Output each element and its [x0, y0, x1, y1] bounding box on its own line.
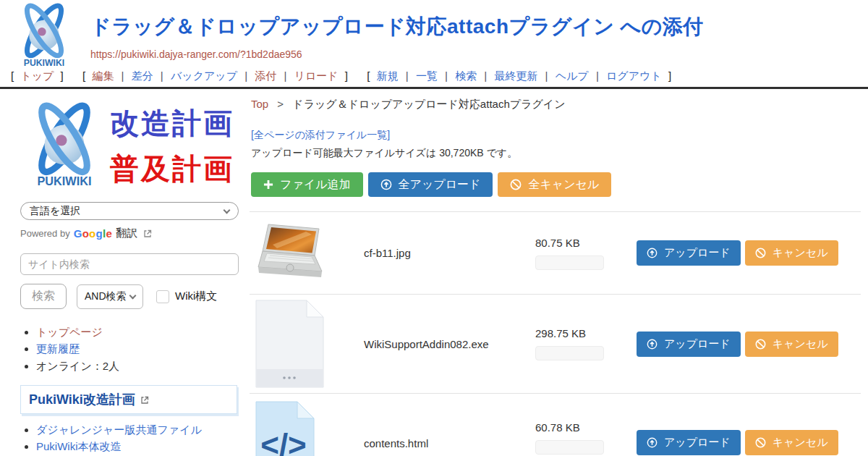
cancel-button[interactable]: キャンセル [745, 430, 838, 455]
upload-circle-icon [647, 437, 658, 448]
file-name: cf-b11.jpg [364, 247, 535, 259]
language-select[interactable]: 言語を選択 [20, 202, 239, 220]
wiki-syntax-checkbox[interactable] [156, 290, 169, 303]
search-button[interactable]: 検索 [20, 284, 67, 309]
upload-button[interactable]: アップロード [637, 430, 741, 455]
sidebar-link-history[interactable]: 更新履歴 [36, 342, 80, 355]
atom-logo-icon: PUKIWIKI [6, 3, 82, 69]
sidebar-link-toppage[interactable]: トップページ [36, 326, 103, 338]
list-item: PukiWiki本体改造 [36, 439, 239, 454]
upload-circle-icon [647, 248, 658, 258]
nav-link-edit[interactable]: 編集 [92, 69, 114, 82]
cancel-all-button[interactable]: 全キャンセル [498, 172, 611, 197]
nav-separator: | [596, 69, 599, 82]
nav-link-attach[interactable]: 添付 [255, 69, 276, 82]
sidebar-link-core-mod[interactable]: PukiWiki本体改造 [36, 440, 122, 452]
nav-bracket: ] [668, 69, 671, 82]
upload-circle-icon [647, 339, 658, 350]
sidebar: PUKIWIKI 改造計画 普及計画 言語を選択 Powered by Goog… [0, 89, 250, 456]
upload-circle-icon [380, 179, 392, 190]
nav-link-diff[interactable]: 差分 [132, 69, 153, 82]
cancel-label: キャンセル [773, 337, 828, 351]
upload-toolbar: ファイル追加 全アップロード 全キャンセル [251, 172, 861, 197]
logo-wordmark: PUKIWIKI [38, 174, 92, 187]
max-upload-size-text: アップロード可能最大ファイルサイズは 30,720KB です。 [251, 147, 861, 160]
add-files-button[interactable]: ファイル追加 [251, 172, 363, 197]
all-pages-attach-list-link[interactable]: [全ページの添付ファイル一覧] [251, 129, 390, 142]
nav-link-reload[interactable]: リロード [294, 69, 339, 82]
upload-progress-bar [535, 440, 604, 455]
pukiwiki-page: PUKIWIKI ドラッグ＆ドロップアップロード対応attachプラグイン への… [0, 0, 868, 456]
cancel-label: キャンセル [773, 246, 828, 260]
file-size: 80.75 KB [535, 237, 637, 249]
list-item: 更新履歴 [36, 342, 239, 356]
wiki-syntax-label: Wiki構文 [175, 290, 217, 303]
pukiwiki-logo[interactable]: PUKIWIKI [6, 3, 82, 69]
breadcrumb-separator: > [277, 98, 284, 110]
main-content: Top > ドラッグ＆ドロップアップロード対応attachプラグイン [全ページ… [250, 89, 868, 456]
nav-bracket: ] [61, 69, 64, 82]
upload-progress-bar [535, 346, 604, 360]
translate-link[interactable]: 翻訳 [116, 227, 137, 240]
language-select-value: 言語を選択 [30, 205, 80, 218]
nav-bracket: [ [11, 69, 14, 82]
svg-text:</>: </> [260, 427, 307, 456]
section-title: PukiWiki改造計画 [29, 392, 135, 407]
file-thumbnail [250, 222, 364, 284]
laptop-photo-thumbnail [255, 222, 325, 284]
google-logo: Google [74, 227, 113, 240]
file-thumbnail: </> [250, 401, 364, 456]
nav-bracket: [ [367, 69, 370, 82]
page-url[interactable]: https://pukiwiki.dajya-ranger.com/?1bd2d… [90, 48, 704, 60]
nav-link-new[interactable]: 新規 [377, 69, 399, 82]
file-row: </> contents.html 60.78 KB [250, 393, 861, 456]
logo-wordmark: PUKIWIKI [24, 58, 64, 68]
online-count: オンライン：2人 [36, 360, 119, 372]
nav-separator: | [406, 69, 409, 82]
breadcrumb-home-link[interactable]: Top [251, 98, 268, 110]
nav-link-recent[interactable]: 最終更新 [494, 69, 537, 82]
cancel-all-label: 全キャンセル [528, 177, 599, 193]
cancel-button[interactable]: キャンセル [745, 332, 838, 357]
nav-link-top[interactable]: トップ [20, 69, 54, 82]
nav-link-help[interactable]: ヘルプ [556, 69, 589, 82]
file-thumbnail [250, 300, 364, 388]
logo-kaizo-keikaku: 改造計画 [110, 104, 234, 143]
upload-button[interactable]: アップロード [637, 240, 741, 266]
list-item: オンライン：2人 [36, 359, 239, 373]
html-file-icon: </> [255, 401, 315, 456]
sidebar-logo[interactable]: PUKIWIKI 改造計画 普及計画 [20, 102, 239, 190]
sidebar-top-links: トップページ 更新履歴 オンライン：2人 [20, 325, 239, 373]
nav-separator: | [244, 69, 247, 82]
file-name: contents.html [364, 437, 535, 449]
nav-link-logout[interactable]: ログアウト [606, 69, 662, 82]
page-title: ドラッグ＆ドロップアップロード対応attachプラグイン への添付 [90, 13, 704, 41]
sidebar-link-dajya-files[interactable]: ダジャレンジャー版共通ファイル [36, 423, 202, 436]
list-item: トップページ [36, 325, 239, 339]
nav-link-list[interactable]: 一覧 [416, 69, 438, 82]
nav-separator: | [161, 69, 163, 82]
header: PUKIWIKI ドラッグ＆ドロップアップロード対応attachプラグイン への… [0, 0, 868, 68]
ban-icon [755, 437, 766, 448]
upload-all-button[interactable]: 全アップロード [368, 172, 493, 197]
upload-label: アップロード [664, 337, 731, 351]
external-link-icon [143, 229, 152, 238]
nav-separator: | [445, 69, 448, 82]
nav-link-backup[interactable]: バックアップ [171, 69, 237, 82]
search-mode-select[interactable]: AND検索 [77, 284, 143, 309]
generic-file-icon [255, 300, 324, 388]
chevron-down-icon [129, 292, 137, 299]
nav-bracket: ] [345, 69, 348, 82]
list-item: ダジャレンジャー版共通ファイル [36, 423, 239, 437]
cancel-button[interactable]: キャンセル [745, 240, 838, 266]
site-search-input[interactable] [20, 253, 239, 275]
file-name: WikiSupportAddin082.exe [364, 338, 535, 350]
ban-icon [755, 248, 766, 258]
nav-link-search[interactable]: 検索 [455, 69, 477, 82]
sidebar-section-header[interactable]: PukiWiki改造計画 [20, 385, 237, 414]
chevron-down-icon [224, 206, 231, 214]
ban-icon [755, 339, 766, 350]
upload-button[interactable]: アップロード [637, 332, 741, 357]
nav-bracket: [ [82, 69, 85, 82]
nav-separator: | [122, 69, 124, 82]
